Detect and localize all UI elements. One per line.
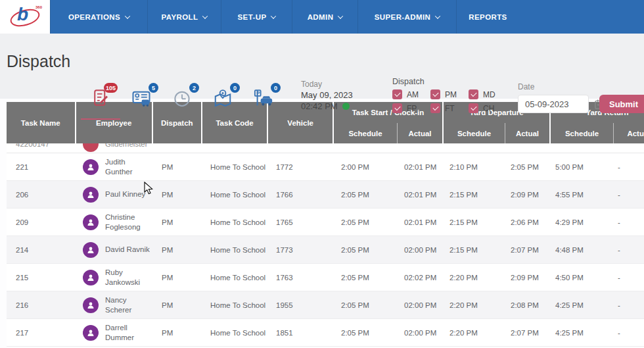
tab-clock[interactable]: 2 — [172, 87, 192, 111]
table-row[interactable]: 221 Judith Gunther PM Home To School 177… — [7, 153, 644, 181]
submit-button[interactable]: Submit — [599, 95, 644, 113]
task-code-cell: Home To School — [201, 329, 267, 337]
task-name-cell: 206 — [7, 191, 76, 199]
subcolumn-schedule[interactable]: Schedule — [444, 123, 505, 143]
task-name-cell: 215 — [7, 274, 76, 282]
task-name-cell: 221 — [7, 163, 76, 171]
yard-return-actual-cell: - — [609, 246, 644, 254]
task-start-schedule-cell: 2:05 PM — [332, 246, 395, 254]
partial-scrolled-row[interactable]: 42200147 Gildemeister — [7, 143, 644, 153]
dispatch-cell: PM — [152, 274, 201, 282]
checkbox-label: FT — [445, 104, 455, 113]
avatar — [83, 325, 99, 341]
tab-map[interactable]: 0 — [213, 87, 233, 111]
table-row[interactable]: 206 Paul Kinney PM Home To School 1766 2… — [7, 181, 644, 209]
yard-return-schedule-cell: 4:25 PM — [546, 301, 609, 309]
employee-cell: Nancy Scherer — [76, 295, 152, 314]
task-start-actual-cell: 02:00 PM — [395, 301, 440, 309]
employee-name: David Ravnik — [105, 245, 152, 254]
table-row[interactable]: 215 Ruby Jankowski PM Home To School 176… — [7, 264, 644, 291]
dispatch-filter-label: Dispatch — [392, 77, 507, 86]
task-start-actual-cell: 02:01 PM — [395, 191, 440, 199]
checkbox-ft[interactable]: FT — [430, 103, 469, 113]
dispatch-cell: PM — [152, 163, 201, 171]
tab-employee-card[interactable]: 5 — [131, 87, 151, 111]
chevron-down-icon — [435, 13, 440, 18]
checkbox-label: CH — [483, 104, 494, 113]
yard-return-actual-cell: - — [609, 329, 644, 337]
today-date: May 09, 2023 — [301, 90, 353, 100]
employee-cell: Gildemeister — [76, 143, 152, 152]
checkbox-fp[interactable]: FP — [392, 103, 430, 113]
subcolumn-schedule[interactable]: Schedule — [551, 123, 613, 143]
nav-item-super-admin[interactable]: SUPER-ADMIN — [357, 0, 456, 34]
yard-departure-actual-cell: 2:09 PM — [501, 274, 546, 282]
tab-dispatch-tasks[interactable]: 105 — [91, 87, 110, 111]
vehicle-cell: 1766 — [267, 191, 332, 199]
tab-vehicle-parking[interactable]: P 0 — [254, 87, 273, 111]
today-block: Today May 09, 2023 02:42 PM — [301, 80, 353, 111]
dispatch-header-band: Dispatch 105 5 — [0, 34, 644, 99]
checkbox-label: PM — [445, 90, 457, 99]
yard-return-actual-cell: - — [609, 163, 644, 171]
nav-item-admin[interactable]: ADMIN — [292, 0, 357, 34]
brand-logo[interactable]: b 360 — [0, 0, 50, 34]
table-row[interactable]: 209 Christine Foglesong PM Home To Schoo… — [7, 209, 644, 236]
employee-name: Ruby Jankowski — [105, 268, 152, 287]
checkbox-am[interactable]: AM — [392, 89, 430, 99]
page-title: Dispatch — [7, 52, 70, 71]
employee-name: Paul Kinney — [105, 189, 152, 199]
avatar — [83, 242, 99, 258]
nav-item-payroll[interactable]: PAYROLL — [147, 0, 221, 34]
person-icon — [86, 190, 95, 199]
employee-name: Judith Gunther — [105, 157, 152, 176]
subcolumn-actual[interactable]: Actual — [397, 123, 442, 143]
task-start-schedule-cell: 2:05 PM — [332, 218, 395, 226]
yard-return-schedule-cell: 4:48 PM — [546, 246, 609, 254]
task-start-actual-cell: 02:02 PM — [395, 274, 440, 282]
nav-item-operations[interactable]: OPERATIONS — [50, 0, 147, 34]
today-time: 02:42 PM — [301, 101, 338, 111]
checkbox-ch[interactable]: CH — [469, 103, 507, 113]
checkbox-checked-icon — [430, 103, 440, 113]
nav-item-reports[interactable]: REPORTS — [456, 0, 519, 34]
yard-return-schedule-cell: 4:55 PM — [546, 191, 609, 199]
subcolumn-schedule[interactable]: Schedule — [334, 123, 397, 143]
yard-return-schedule-cell: 4:50 PM — [546, 274, 609, 282]
vehicle-cell: 1772 — [267, 163, 332, 171]
person-icon — [86, 301, 95, 310]
table-row[interactable]: 216 Nancy Scherer PM Home To School 1955… — [7, 291, 644, 319]
checkbox-md[interactable]: MD — [469, 89, 507, 99]
checkbox-label: AM — [407, 90, 419, 99]
checkbox-pm[interactable]: PM — [430, 89, 469, 99]
vehicle-cell: 1773 — [267, 246, 332, 254]
task-start-schedule-cell: 2:05 PM — [332, 191, 395, 199]
table-row[interactable]: 217 Darrell Dummer PM Home To School 185… — [7, 319, 644, 347]
subcolumn-actual[interactable]: Actual — [613, 123, 644, 143]
task-start-schedule-cell: 2:05 PM — [332, 274, 395, 282]
task-code-cell: Home To School — [201, 191, 267, 199]
top-navigation: b 360 OPERATIONS PAYROLL SET-UP ADMIN SU… — [0, 0, 644, 34]
yard-departure-schedule-cell: 2:20 PM — [440, 274, 501, 282]
checkbox-checked-icon — [469, 103, 478, 113]
dispatch-tabs: 105 5 2 — [91, 87, 273, 111]
tab-badge: 5 — [149, 83, 158, 93]
checkbox-checked-icon — [469, 89, 478, 99]
table-body: 221 Judith Gunther PM Home To School 177… — [7, 153, 644, 347]
avatar — [83, 159, 99, 175]
nav-item-setup[interactable]: SET-UP — [221, 0, 292, 34]
table-row[interactable]: 214 David Ravnik PM Home To School 1773 … — [7, 236, 644, 264]
subcolumn-actual[interactable]: Actual — [505, 123, 549, 143]
employee-cell: David Ravnik — [76, 242, 152, 258]
yard-return-actual-cell: - — [609, 301, 644, 309]
chevron-down-icon — [271, 13, 276, 18]
dispatch-filter: Dispatch AM PM MD FP FT — [392, 77, 507, 113]
today-label: Today — [301, 80, 353, 89]
date-block: Date — [518, 82, 605, 113]
chevron-down-icon — [125, 13, 130, 18]
task-start-actual-cell: 02:00 PM — [395, 329, 440, 337]
date-input[interactable] — [518, 95, 589, 113]
person-icon — [86, 273, 95, 282]
yard-departure-actual-cell: 2:07 PM — [501, 246, 546, 254]
column-header-task-name[interactable]: Task Name — [7, 102, 75, 143]
